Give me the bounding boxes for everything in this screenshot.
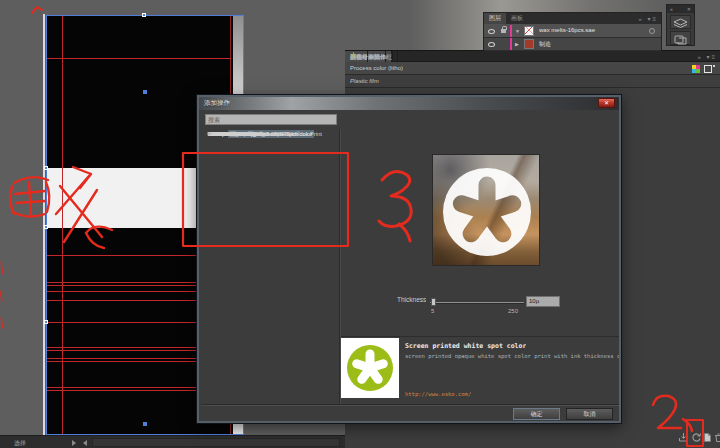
library-tree: ▼Esko Standard Library▶Standard Material… bbox=[204, 130, 338, 370]
close-icon[interactable]: ✕ bbox=[687, 5, 691, 13]
layers-panel: 图层 画板 « ▾≡ ▼ wax melts-16pcs.sae ▶ 制造 bbox=[483, 12, 662, 50]
search-input[interactable] bbox=[205, 114, 337, 125]
crease-line-vertical bbox=[62, 16, 63, 434]
scroll-left-icon[interactable] bbox=[83, 440, 87, 446]
thickness-slider-thumb[interactable] bbox=[431, 298, 436, 306]
anchor-point[interactable] bbox=[143, 422, 147, 426]
tab-layers[interactable]: 图层 bbox=[484, 13, 506, 24]
thickness-value-field[interactable]: 10µ bbox=[526, 296, 560, 307]
esko-logo bbox=[341, 338, 399, 398]
layer-name[interactable]: 制造 bbox=[539, 40, 551, 49]
crease-line bbox=[47, 58, 231, 59]
divider bbox=[201, 404, 619, 405]
layer-row[interactable]: ▼ wax melts-16pcs.sae bbox=[484, 24, 661, 38]
thickness-min-label: 5 bbox=[431, 308, 434, 314]
delete-icon[interactable] bbox=[713, 432, 720, 443]
layers-panel-header: 图层 画板 « ▾≡ bbox=[484, 13, 661, 24]
add-operation-dialog: 添加操作 ✕ ▼Esko Standard Library▶Standard M… bbox=[197, 95, 621, 423]
anchor-point[interactable] bbox=[143, 90, 147, 94]
import-icon[interactable] bbox=[678, 432, 689, 443]
layer-thumbnail bbox=[524, 26, 534, 36]
studio-3d-icon[interactable] bbox=[670, 15, 691, 29]
operation-info-title: Screen printed white spot color bbox=[405, 342, 526, 350]
target-circle-icon[interactable] bbox=[649, 28, 655, 34]
new-operation-icon[interactable] bbox=[702, 432, 713, 443]
visibility-eye-icon[interactable] bbox=[488, 42, 495, 47]
panel-menu-icon[interactable]: « ▾≡ bbox=[638, 15, 658, 22]
expand-triangle-icon[interactable]: ▶ bbox=[515, 41, 519, 47]
visibility-eye-icon[interactable] bbox=[488, 29, 495, 34]
tab-bar-menu-icon[interactable]: » ▾≡ bbox=[697, 53, 717, 60]
pathfinder-icon[interactable] bbox=[670, 31, 691, 45]
operation-info-description: screen printed opaque white spot color p… bbox=[405, 353, 619, 359]
material-row[interactable]: Plastic film bbox=[345, 75, 720, 88]
selection-handle[interactable] bbox=[44, 225, 48, 229]
operation-label: Process color (litho) bbox=[350, 65, 403, 71]
selection-handle[interactable] bbox=[44, 166, 48, 170]
cmyk-color-icon bbox=[692, 65, 700, 73]
close-icon[interactable]: ✕ bbox=[598, 98, 615, 108]
expand-triangle-icon[interactable]: ▼ bbox=[515, 28, 520, 34]
expand-triangle-icon[interactable]: ▶ bbox=[208, 130, 214, 138]
operation-row[interactable]: Process color (litho) bbox=[345, 62, 720, 75]
tab-artboards[interactable]: 画板 bbox=[506, 13, 528, 24]
esko-website-link[interactable]: http://www.esko.com/ bbox=[405, 391, 471, 397]
thickness-max-label: 250 bbox=[508, 308, 518, 314]
material-label: Plastic film bbox=[350, 78, 379, 84]
lock-icon[interactable] bbox=[501, 29, 506, 33]
thickness-label: Thickness bbox=[397, 296, 426, 303]
cancel-button[interactable]: 取消 bbox=[566, 408, 613, 420]
refresh-icon[interactable] bbox=[691, 432, 702, 443]
frame-dot-icon bbox=[713, 65, 715, 67]
layer-row[interactable]: ▶ 制造 bbox=[484, 38, 661, 51]
floating-dock-panel: « ✕ bbox=[666, 4, 695, 46]
divider bbox=[339, 129, 340, 405]
tree-item[interactable]: ▶KURZ LIGHT LINE® Sampler bbox=[204, 130, 206, 138]
current-tool-label: 选择 bbox=[14, 439, 26, 448]
dialog-title: 添加操作 bbox=[204, 99, 230, 108]
collapse-icon[interactable]: « bbox=[670, 5, 673, 13]
divider bbox=[341, 336, 619, 337]
layer-thumbnail bbox=[524, 39, 534, 49]
horizontal-scrollbar[interactable] bbox=[92, 438, 340, 447]
ok-button[interactable]: 确定 bbox=[513, 408, 560, 420]
layer-color-bar bbox=[510, 25, 512, 37]
scroll-right-icon[interactable] bbox=[72, 440, 76, 446]
preview-photo bbox=[432, 154, 540, 266]
selection-handle[interactable] bbox=[142, 13, 146, 17]
panel-tab-bar: 消息工作室 正在结束操作动态条形码裁切框和媒体框折叠CADshortcuts »… bbox=[345, 50, 720, 62]
frame-icon bbox=[704, 65, 712, 73]
status-bar: 选择 bbox=[0, 435, 345, 448]
dialog-title-bar[interactable]: 添加操作 bbox=[199, 97, 619, 110]
layer-name[interactable]: wax melts-16pcs.sae bbox=[539, 27, 647, 33]
layer-color-bar bbox=[510, 38, 512, 50]
thickness-slider-track[interactable] bbox=[430, 302, 524, 303]
illustrator-workspace: 图层 画板 « ▾≡ ▼ wax melts-16pcs.sae ▶ 制造 « … bbox=[0, 0, 720, 448]
selection-handle[interactable] bbox=[44, 320, 48, 324]
